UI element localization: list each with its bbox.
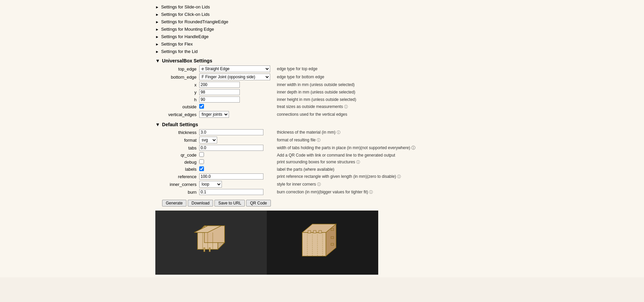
- generate-button[interactable]: Generate: [162, 200, 186, 207]
- reference-label: reference: [162, 173, 199, 180]
- box-open-svg: [184, 216, 238, 270]
- outside-desc: treat sizes as outside measurements ⓘ: [274, 103, 644, 110]
- vertical-edges-desc: connections used for the vertical edges: [274, 110, 644, 118]
- svg-rect-9: [204, 248, 205, 252]
- inner-corners-label: inner_corners: [162, 180, 199, 188]
- inner-corners-row: inner_corners loop clip corners style fo…: [162, 180, 644, 188]
- top-edge-input-cell: e Straight Edge F Finger Joint h Hinged …: [199, 65, 274, 73]
- outside-input-cell: [199, 103, 274, 110]
- section-flex[interactable]: ► Settings for Flex: [155, 41, 637, 47]
- format-input-cell: svg pdf dxf plt lbrn2: [199, 136, 274, 144]
- universal-box-header[interactable]: ▼ UniversalBox Settings: [155, 57, 637, 65]
- svg-marker-13: [302, 232, 326, 256]
- svg-rect-19: [313, 230, 316, 233]
- labels-label: labels: [162, 166, 199, 173]
- debug-row: debug print surrounding boxes for some s…: [162, 159, 644, 166]
- outside-label: outside: [162, 103, 199, 110]
- svg-rect-20: [319, 230, 321, 233]
- y-row: y inner depth in mm (unless outside sele…: [162, 88, 644, 96]
- section-default-settings: ▼ Default Settings thickness thickness o…: [155, 120, 637, 196]
- debug-checkbox[interactable]: [199, 159, 204, 164]
- tabs-desc: width of tabs holding the parts in place…: [274, 144, 644, 152]
- section-click-on-lids[interactable]: ► Settings for Click-on Lids: [155, 11, 637, 18]
- qr-code-button[interactable]: QR Code: [246, 200, 271, 207]
- section-mounting-edge[interactable]: ► Settings for Mounting Edge: [155, 26, 637, 32]
- tabs-row: tabs width of tabs holding the parts in …: [162, 144, 644, 152]
- thickness-info-icon: ⓘ: [337, 130, 340, 134]
- section-label-slide-on-lids: Settings for Slide-on Lids: [161, 4, 210, 9]
- y-input[interactable]: [199, 89, 240, 95]
- qr-code-checkbox[interactable]: [199, 152, 204, 157]
- top-edge-select[interactable]: e Straight Edge F Finger Joint h Hinged …: [199, 65, 270, 72]
- x-label: x: [162, 81, 199, 88]
- default-settings-header[interactable]: ▼ Default Settings: [155, 120, 637, 129]
- action-buttons: Generate Download Save to URL QR Code: [162, 200, 637, 207]
- arrow-rounded-triangle: ►: [155, 20, 159, 24]
- section-lid[interactable]: ► Settings for the Lid: [155, 48, 637, 55]
- universal-box-form: top_edge e Straight Edge F Finger Joint …: [162, 65, 644, 118]
- arrow-universal-box: ▼: [155, 58, 160, 63]
- h-input[interactable]: [199, 97, 240, 103]
- y-input-cell: [199, 88, 274, 96]
- burn-desc: burn correction (in mm)(bigger values fo…: [274, 188, 644, 196]
- svg-rect-10: [209, 248, 210, 252]
- box-closed-svg: [292, 216, 353, 270]
- section-label-rounded-triangle: Settings for RoundedTriangleEdge: [161, 19, 228, 24]
- labels-input-cell: [199, 166, 274, 173]
- format-info-icon: ⓘ: [317, 138, 320, 142]
- reference-input[interactable]: [199, 173, 263, 180]
- outside-checkbox[interactable]: [199, 104, 204, 109]
- tabs-input[interactable]: [199, 145, 263, 151]
- y-desc: inner depth in mm (unless outside select…: [274, 88, 644, 96]
- thickness-input[interactable]: [199, 129, 263, 135]
- inner-corners-desc: style for inner corners ⓘ: [274, 180, 644, 188]
- tabs-label: tabs: [162, 144, 199, 152]
- labels-checkbox[interactable]: [199, 166, 204, 171]
- format-select[interactable]: svg pdf dxf plt lbrn2: [199, 137, 217, 143]
- reference-row: reference print reference rectangle with…: [162, 173, 644, 180]
- reference-desc: print reference rectangle with given len…: [274, 173, 644, 180]
- burn-input[interactable]: [199, 189, 263, 195]
- y-label: y: [162, 88, 199, 96]
- section-label-universal-box: UniversalBox Settings: [162, 58, 212, 63]
- burn-info-icon: ⓘ: [369, 190, 373, 194]
- top-edge-row: top_edge e Straight Edge F Finger Joint …: [162, 65, 644, 73]
- preview-right: [267, 211, 378, 275]
- inner-corners-input-cell: loop clip corners: [199, 180, 274, 188]
- thickness-input-cell: [199, 129, 274, 136]
- bottom-edge-desc: edge type for bottom edge: [274, 73, 644, 81]
- burn-row: burn burn correction (in mm)(bigger valu…: [162, 188, 644, 196]
- labels-desc: label the parts (where available): [274, 166, 644, 173]
- outside-row: outside treat sizes as outside measureme…: [162, 103, 644, 110]
- arrow-default-settings: ▼: [155, 122, 160, 127]
- h-desc: inner height in mm (unless outside selec…: [274, 96, 644, 103]
- vertical-edges-select[interactable]: finger joints dovetail box joints: [199, 111, 229, 118]
- inner-corners-select[interactable]: loop clip corners: [199, 181, 222, 188]
- h-label: h: [162, 96, 199, 103]
- format-label: format: [162, 136, 199, 144]
- top-edge-desc: edge type for top edge: [274, 65, 644, 73]
- section-rounded-triangle[interactable]: ► Settings for RoundedTriangleEdge: [155, 19, 637, 25]
- x-input[interactable]: [199, 82, 240, 88]
- debug-label: debug: [162, 159, 199, 166]
- download-button[interactable]: Download: [188, 200, 213, 207]
- debug-input-cell: [199, 159, 274, 166]
- section-label-default: Default Settings: [162, 122, 198, 127]
- section-handle-edge[interactable]: ► Settings for HandleEdge: [155, 33, 637, 40]
- default-settings-form: thickness thickness of the material (in …: [162, 129, 644, 196]
- inner-corners-info-icon: ⓘ: [317, 182, 321, 186]
- svg-rect-18: [308, 230, 311, 233]
- vertical-edges-label: vertical_edges: [162, 110, 199, 118]
- svg-rect-23: [331, 243, 334, 245]
- save-to-url-button[interactable]: Save to URL: [214, 200, 245, 207]
- section-label-handle-edge: Settings for HandleEdge: [161, 34, 209, 39]
- arrow-slide-on-lids: ►: [155, 5, 159, 9]
- preview-area: [155, 211, 378, 275]
- section-slide-on-lids[interactable]: ► Settings for Slide-on Lids: [155, 4, 637, 10]
- section-label-click-on-lids: Settings for Click-on Lids: [161, 12, 210, 17]
- reference-info-icon: ⓘ: [397, 174, 401, 179]
- bottom-edge-select[interactable]: F Finger Joint (opposing side) e Straigh…: [199, 74, 270, 80]
- x-input-cell: [199, 81, 274, 88]
- top-edge-label: top_edge: [162, 65, 199, 73]
- burn-input-cell: [199, 188, 274, 196]
